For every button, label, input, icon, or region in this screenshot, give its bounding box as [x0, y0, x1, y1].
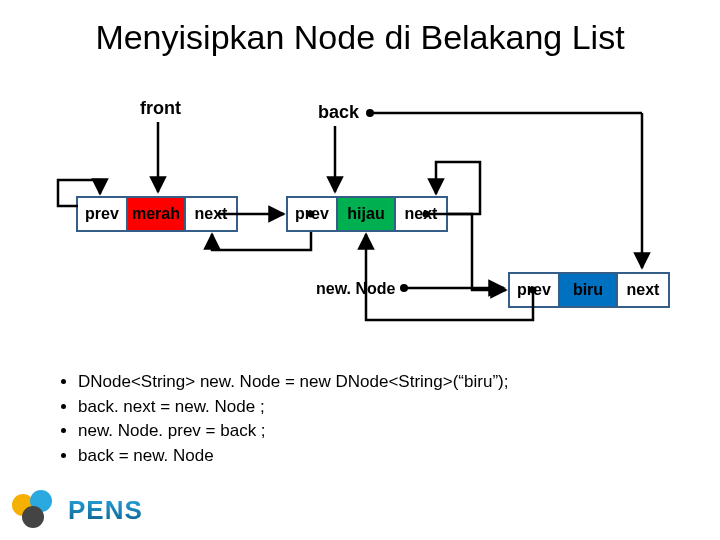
cell-data-merah: merah — [128, 198, 186, 230]
svg-point-1 — [366, 109, 374, 117]
code-list: DNode<String> new. Node = new DNode<Stri… — [60, 370, 508, 469]
label-front: front — [140, 98, 181, 119]
cell-prev: prev — [288, 198, 338, 230]
cell-data-hijau: hijau — [338, 198, 396, 230]
cell-next: next — [396, 198, 446, 230]
cell-next: next — [618, 274, 668, 306]
logo-icon — [12, 490, 62, 530]
cell-prev: prev — [510, 274, 560, 306]
cell-next: next — [186, 198, 236, 230]
logo: PENS — [12, 490, 143, 530]
code-line: back = new. Node — [78, 444, 508, 469]
slide-title: Menyisipkan Node di Belakang List — [0, 18, 720, 57]
cell-data-biru: biru — [560, 274, 618, 306]
label-back: back — [318, 102, 359, 123]
logo-text: PENS — [68, 495, 143, 526]
label-newnode: new. Node — [316, 280, 395, 298]
node-merah: prev merah next — [76, 196, 238, 232]
node-biru: prev biru next — [508, 272, 670, 308]
code-line: DNode<String> new. Node = new DNode<Stri… — [78, 370, 508, 395]
code-line: new. Node. prev = back ; — [78, 419, 508, 444]
node-hijau: prev hijau next — [286, 196, 448, 232]
code-line: back. next = new. Node ; — [78, 395, 508, 420]
cell-prev: prev — [78, 198, 128, 230]
svg-point-8 — [400, 284, 408, 292]
